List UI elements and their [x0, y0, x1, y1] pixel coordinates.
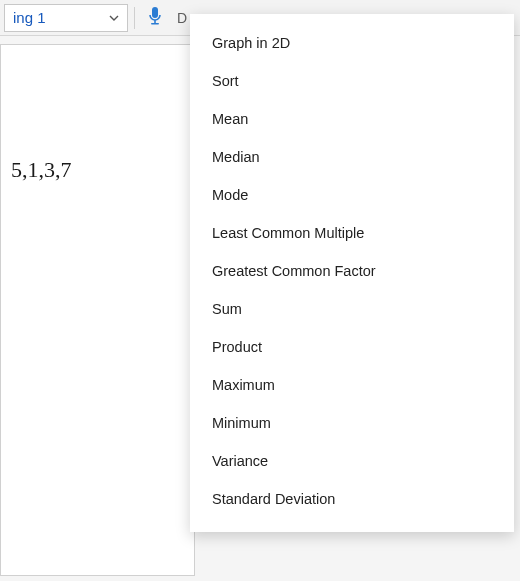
menu-item-stddev[interactable]: Standard Deviation	[190, 480, 514, 518]
svg-rect-0	[152, 7, 158, 18]
svg-rect-2	[151, 23, 159, 25]
chevron-down-icon	[107, 11, 121, 25]
separator	[134, 7, 135, 29]
menu-item-maximum[interactable]: Maximum	[190, 366, 514, 404]
menu-item-sum[interactable]: Sum	[190, 290, 514, 328]
toolbar-truncated-label: D	[177, 10, 187, 26]
menu-item-minimum[interactable]: Minimum	[190, 404, 514, 442]
dictate-button[interactable]	[141, 4, 169, 32]
document-canvas[interactable]: 5,1,3,7	[0, 44, 195, 576]
menu-item-product[interactable]: Product	[190, 328, 514, 366]
style-selector[interactable]: ing 1	[4, 4, 128, 32]
menu-item-sort[interactable]: Sort	[190, 62, 514, 100]
math-operations-menu: Graph in 2D Sort Mean Median Mode Least …	[190, 14, 514, 532]
menu-item-median[interactable]: Median	[190, 138, 514, 176]
math-expression[interactable]: 5,1,3,7	[11, 157, 72, 183]
menu-item-gcf[interactable]: Greatest Common Factor	[190, 252, 514, 290]
menu-item-graph-2d[interactable]: Graph in 2D	[190, 24, 514, 62]
menu-item-variance[interactable]: Variance	[190, 442, 514, 480]
svg-rect-1	[154, 20, 156, 23]
menu-item-lcm[interactable]: Least Common Multiple	[190, 214, 514, 252]
microphone-icon	[147, 6, 163, 30]
style-selector-value: ing 1	[13, 9, 46, 26]
menu-item-mean[interactable]: Mean	[190, 100, 514, 138]
menu-item-mode[interactable]: Mode	[190, 176, 514, 214]
